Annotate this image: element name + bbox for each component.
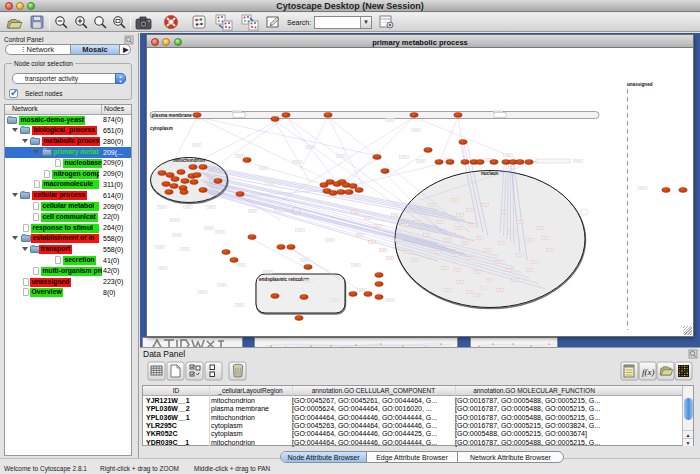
svg-text:plasma membrane: plasma membrane	[152, 113, 193, 118]
svg-text:unassigned: unassigned	[627, 82, 653, 87]
svg-text:endoplasmic reticulum: endoplasmic reticulum	[259, 277, 309, 282]
svg-text:f(x): f(x)	[642, 367, 655, 377]
svg-text:cytoplasm: cytoplasm	[150, 126, 173, 131]
